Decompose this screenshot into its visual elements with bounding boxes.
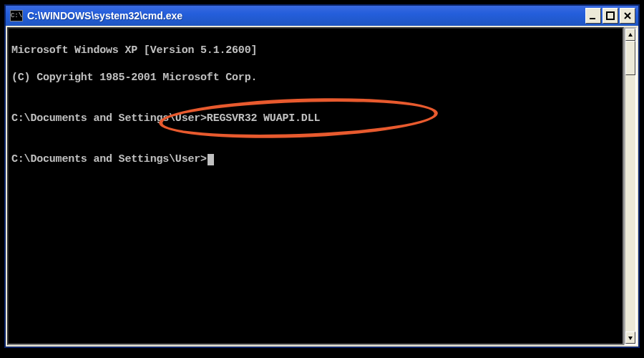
svg-rect-0 xyxy=(590,18,595,19)
close-button[interactable] xyxy=(620,8,635,24)
terminal-content[interactable]: Microsoft Windows XP [Version 5.1.2600] … xyxy=(9,29,623,344)
scroll-track[interactable] xyxy=(625,41,635,332)
svg-marker-5 xyxy=(628,337,633,340)
cmd-icon: C:\ xyxy=(10,10,23,21)
terminal-prompt-text: C:\Documents and Settings\User> xyxy=(11,153,207,165)
svg-rect-1 xyxy=(607,12,614,19)
scroll-down-button[interactable] xyxy=(625,332,635,344)
terminal-cursor xyxy=(208,154,214,165)
close-icon xyxy=(623,11,633,21)
window-title: C:\WINDOWS\system32\cmd.exe xyxy=(27,10,581,21)
chevron-down-icon xyxy=(628,335,633,341)
terminal-viewport[interactable]: Microsoft Windows XP [Version 5.1.2600] … xyxy=(7,27,624,345)
terminal-line: C:\Documents and Settings\User>REGSVR32 … xyxy=(11,112,620,125)
titlebar[interactable]: C:\ C:\WINDOWS\system32\cmd.exe xyxy=(6,6,638,26)
maximize-icon xyxy=(605,11,615,21)
vertical-scrollbar[interactable] xyxy=(624,27,637,345)
screenshot-frame: C:\ C:\WINDOWS\system32\cmd.exe Microsof… xyxy=(0,0,644,358)
svg-marker-4 xyxy=(628,33,633,37)
maximize-button[interactable] xyxy=(602,8,618,24)
scroll-thumb[interactable] xyxy=(625,41,635,75)
chevron-up-icon xyxy=(628,32,633,38)
minimize-icon xyxy=(588,11,598,21)
minimize-button[interactable] xyxy=(585,8,601,24)
window-controls xyxy=(585,8,635,24)
client-area: Microsoft Windows XP [Version 5.1.2600] … xyxy=(6,26,638,347)
terminal-line: Microsoft Windows XP [Version 5.1.2600] xyxy=(11,44,620,57)
terminal-line: (C) Copyright 1985-2001 Microsoft Corp. xyxy=(11,71,620,84)
cmd-window: C:\ C:\WINDOWS\system32\cmd.exe Microsof… xyxy=(4,4,640,348)
cmd-icon-text: C:\ xyxy=(11,13,22,19)
scroll-up-button[interactable] xyxy=(625,29,635,41)
terminal-prompt-line: C:\Documents and Settings\User> xyxy=(11,153,620,166)
